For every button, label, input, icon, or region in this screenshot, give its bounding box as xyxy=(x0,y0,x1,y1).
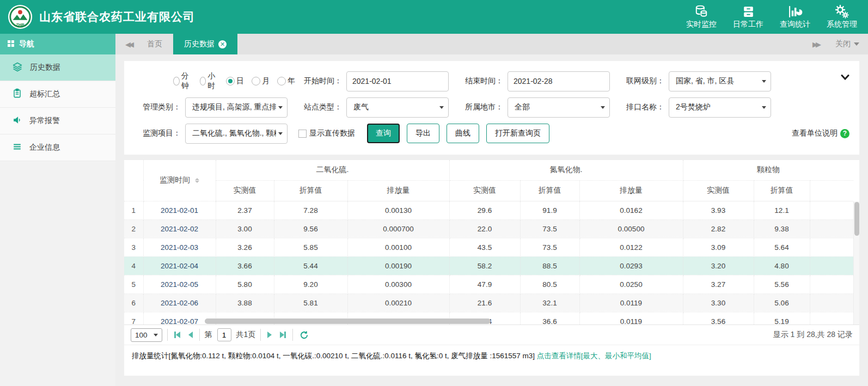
chevron-down-icon xyxy=(439,106,444,109)
date-cell[interactable]: 2021-02-01 xyxy=(143,201,216,219)
time-column-header[interactable]: 监测时间 xyxy=(143,160,216,201)
value-cell: 9.38 xyxy=(754,219,810,238)
sidebar-item-history-data[interactable]: 历史数据 xyxy=(0,54,115,81)
table-row[interactable]: 52021-02-055.809.200.0030047.980.50.0250… xyxy=(124,275,853,293)
value-cell: 5.56 xyxy=(754,275,810,293)
tab-history-data[interactable]: 历史数据 ✕ xyxy=(173,34,237,54)
value-cell: 5.81 xyxy=(274,293,347,312)
start-time-input[interactable] xyxy=(346,71,449,91)
open-new-query-button[interactable]: 打开新查询页 xyxy=(486,124,549,143)
first-page-icon[interactable] xyxy=(173,332,182,338)
row-number: 6 xyxy=(124,293,143,312)
city-select[interactable]: 全部 xyxy=(508,97,610,118)
value-cell xyxy=(810,312,853,325)
prev-page-icon[interactable] xyxy=(187,332,194,338)
radio-icon xyxy=(277,77,286,85)
group-header-nox: 氮氧化物. xyxy=(449,160,683,180)
select-value: 废气 xyxy=(353,102,437,112)
direct-data-checkbox[interactable]: 显示直传数据 xyxy=(298,128,355,138)
tab-scroll-right-icon[interactable]: ▶▶ xyxy=(808,40,823,48)
table-row[interactable]: 62021-02-063.885.810.0021021.632.10.0119… xyxy=(124,293,853,312)
date-cell[interactable]: 2021-02-05 xyxy=(143,275,216,293)
layers-icon xyxy=(12,62,23,74)
value-cell: 0.00500 xyxy=(579,219,683,238)
select-value: 全部 xyxy=(515,102,598,112)
period-radio-hour[interactable]: 小时 xyxy=(200,71,219,91)
emission-stats-text: 排放量统计[氮氧化物:0.112 t, 颗粒物:0.0104 t, 一氧化碳.:… xyxy=(132,352,535,360)
vertical-scrollbar[interactable] xyxy=(853,201,859,324)
nav-daily-work[interactable]: 日常工作 xyxy=(733,4,763,29)
outlet-name-select[interactable]: 2号焚烧炉 xyxy=(669,97,771,118)
page-size-value: 100 xyxy=(135,331,148,339)
tab-home[interactable]: 首页 xyxy=(136,34,173,54)
sidebar-item-abnormal-alarm[interactable]: 异常报警 xyxy=(0,108,115,134)
date-cell[interactable]: 2021-02-06 xyxy=(143,293,216,312)
value-cell: 0.0122 xyxy=(579,238,683,256)
date-cell[interactable]: 2021-02-02 xyxy=(143,219,216,238)
sidebar-item-exceedance-summary[interactable]: 超标汇总 xyxy=(0,81,115,108)
nav-system-management[interactable]: 系统管理 xyxy=(827,4,857,29)
nav-label: 实时监控 xyxy=(686,20,717,29)
nav-query-statistics[interactable]: 查询统计 xyxy=(780,4,810,29)
col-header: 折算值 xyxy=(520,180,579,201)
value-cell: 0.0250 xyxy=(579,275,683,293)
sidebar-item-enterprise-info[interactable]: 企业信息 xyxy=(0,134,115,161)
collapse-filters-icon[interactable] xyxy=(841,73,849,82)
value-cell xyxy=(810,293,853,312)
refresh-icon[interactable] xyxy=(298,330,310,340)
radio-label: 日 xyxy=(236,76,244,86)
date-cell[interactable]: 2021-02-03 xyxy=(143,238,216,256)
value-cell: 0.0119 xyxy=(579,293,683,312)
value-cell: 5.06 xyxy=(754,293,810,312)
start-time-label: 开始时间： xyxy=(295,76,346,86)
nav-realtime-monitor[interactable]: 实时监控 xyxy=(686,4,717,29)
value-cell: 0.00300 xyxy=(347,275,449,293)
record-summary: 显示 1 到 28,共 28 记录 xyxy=(773,330,853,340)
table-row[interactable]: 12021-02-012.377.280.0013029.691.90.0162… xyxy=(124,201,853,219)
table-row[interactable]: 22021-02-023.009.560.00070022.073.50.005… xyxy=(124,219,853,238)
view-details-link[interactable]: 点击查看详情[最大、最小和平均值] xyxy=(537,352,651,360)
management-category-select[interactable]: 违规项目, 高架源, 重点排 xyxy=(185,97,288,118)
monitor-items-label: 监测项目： xyxy=(134,128,185,138)
table-row[interactable]: 32021-02-033.265.850.0010043.573.50.0122… xyxy=(124,238,853,256)
value-cell xyxy=(810,275,853,293)
query-button[interactable]: 查询 xyxy=(367,124,400,143)
sort-icon[interactable] xyxy=(195,178,199,183)
col-header: 实测值 xyxy=(449,180,520,201)
radio-icon xyxy=(226,77,235,85)
export-button[interactable]: 导出 xyxy=(407,124,439,143)
end-time-input[interactable] xyxy=(508,71,610,91)
city-label: 所属地市： xyxy=(456,102,508,112)
value-cell: 88.5 xyxy=(520,256,579,275)
vertical-scrollbar-thumb[interactable] xyxy=(854,202,859,236)
date-cell[interactable]: 2021-02-07 xyxy=(143,312,216,325)
monitor-items-select[interactable]: 二氧化硫., 氮氧化物., 颗粒 xyxy=(185,124,288,144)
period-radio-minute[interactable]: 分钟 xyxy=(173,71,192,91)
period-radio-year[interactable]: 年 xyxy=(277,76,295,86)
radio-label: 分钟 xyxy=(181,71,192,91)
sidebar-item-label: 企业信息 xyxy=(29,143,60,152)
app-header: ZHB 山东省联合农药工业有限公司 实时监控 日常工作 xyxy=(0,0,868,34)
page-number-input[interactable] xyxy=(217,328,231,341)
select-value: 2号焚烧炉 xyxy=(676,102,760,112)
curve-button[interactable]: 曲线 xyxy=(447,124,479,143)
value-cell: 3.56 xyxy=(683,312,754,325)
last-page-icon[interactable] xyxy=(278,332,288,338)
period-radio-month[interactable]: 月 xyxy=(252,76,270,86)
page-prefix: 第 xyxy=(205,330,212,340)
horizontal-scrollbar-thumb[interactable] xyxy=(205,318,491,324)
next-page-icon[interactable] xyxy=(266,332,273,338)
page-size-select[interactable]: 100 xyxy=(131,328,162,342)
site-type-select[interactable]: 废气 xyxy=(346,97,449,118)
date-cell[interactable]: 2021-02-04 xyxy=(143,256,216,275)
tab-scroll-left-icon[interactable]: ◀◀ xyxy=(121,40,136,48)
period-radio-day[interactable]: 日 xyxy=(226,76,244,86)
tab-close-icon[interactable]: ✕ xyxy=(218,40,227,48)
close-menu-button[interactable]: 关闭 xyxy=(835,39,859,49)
unit-help-link[interactable]: 查看单位说明 ? xyxy=(792,128,849,138)
network-level-select[interactable]: 国家, 省, 市, 区县 xyxy=(669,71,771,91)
select-value: 二氧化硫., 氮氧化物., 颗粒 xyxy=(192,128,276,138)
table-row[interactable]: 42021-02-043.665.440.0019058.288.50.0293… xyxy=(124,256,853,275)
value-cell: 7.28 xyxy=(274,201,347,219)
col-header: 折算值 xyxy=(274,180,347,201)
